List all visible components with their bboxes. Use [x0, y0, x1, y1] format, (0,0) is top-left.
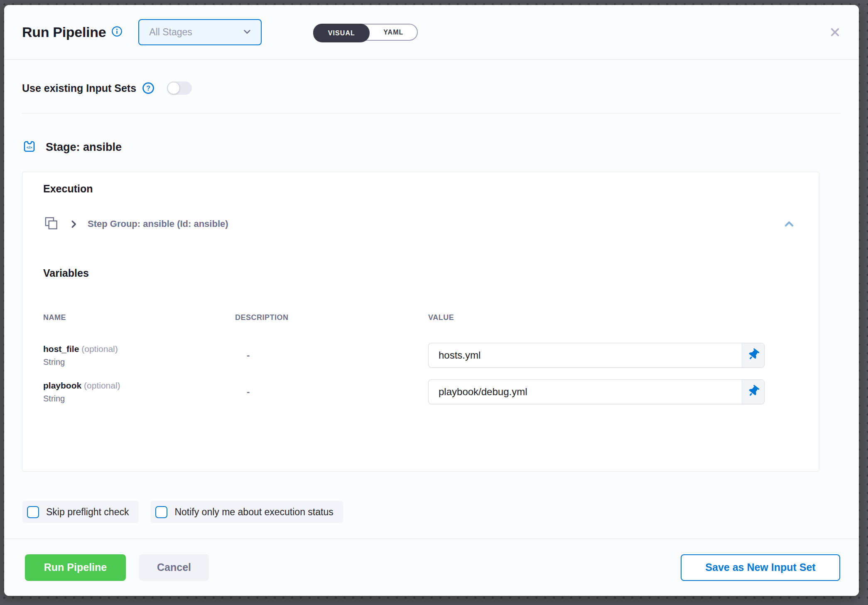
variable-name-cell: host_file (optional) String — [43, 344, 235, 367]
toggle-knob — [167, 82, 180, 94]
pin-icon — [748, 349, 758, 362]
svg-text:</>: </> — [27, 145, 32, 149]
close-button[interactable] — [827, 24, 843, 40]
host-file-input[interactable] — [429, 343, 742, 367]
run-pipeline-modal: Run Pipeline All Stages VISUAL YAML — [4, 5, 859, 596]
svg-text:?: ? — [146, 85, 150, 92]
table-row: host_file (optional) String - — [43, 343, 796, 368]
info-icon[interactable] — [111, 26, 123, 39]
value-input-group — [428, 343, 765, 368]
notify-only-me-label: Notify only me about execution status — [174, 507, 333, 518]
variable-qualifier: (optional) — [81, 344, 118, 354]
skip-preflight-label: Skip preflight check — [46, 507, 129, 518]
options-row: Skip preflight check Notify only me abou… — [22, 501, 841, 523]
skip-preflight-option[interactable]: Skip preflight check — [22, 501, 139, 523]
stage-select-value: All Stages — [149, 27, 192, 38]
stage-row: </> Stage: ansible — [22, 139, 841, 155]
table-row: playbook (optional) String - — [43, 379, 796, 404]
notify-only-me-option[interactable]: Notify only me about execution status — [150, 501, 343, 523]
modal-body: Use existing Input Sets ? </> Stage: ans… — [4, 60, 859, 539]
help-icon[interactable]: ? — [142, 82, 154, 94]
variable-qualifier: (optional) — [84, 381, 120, 390]
chevron-right-icon[interactable] — [69, 219, 78, 229]
variable-type: String — [43, 357, 235, 367]
header-section-divider — [22, 113, 841, 113]
variable-value-cell — [428, 379, 796, 404]
playbook-input[interactable] — [429, 380, 742, 404]
column-header-value: VALUE — [428, 313, 796, 322]
chevron-down-icon — [242, 26, 253, 39]
pin-button[interactable] — [742, 380, 764, 404]
save-as-new-input-set-button[interactable]: Save as New Input Set — [681, 554, 840, 581]
step-group-row: Step Group: ansible (Id: ansible) — [43, 214, 796, 234]
pin-icon — [748, 386, 758, 398]
modal-footer: Run Pipeline Cancel Save as New Input Se… — [4, 539, 859, 596]
page-title: Run Pipeline — [22, 24, 106, 40]
stage-select-dropdown[interactable]: All Stages — [138, 19, 262, 45]
tab-visual[interactable]: VISUAL — [313, 24, 370, 42]
variable-name: host_file — [43, 344, 79, 354]
variables-table-header: NAME DESCRIPTION VALUE — [43, 313, 796, 322]
collapse-section-button[interactable] — [782, 217, 796, 231]
step-group-label[interactable]: Step Group: ansible (Id: ansible) — [88, 219, 228, 229]
visual-yaml-toggle: VISUAL YAML — [313, 24, 418, 41]
stage-icon: </> — [22, 139, 37, 155]
variable-description: - — [235, 350, 428, 361]
value-input-group — [428, 379, 765, 404]
chevron-up-icon — [782, 226, 796, 232]
notify-only-me-checkbox[interactable] — [155, 506, 167, 518]
close-icon — [829, 34, 841, 40]
tab-yaml[interactable]: YAML — [370, 25, 417, 40]
modal-header: Run Pipeline All Stages VISUAL YAML — [4, 5, 859, 60]
variable-type: String — [43, 394, 235, 403]
cancel-button[interactable]: Cancel — [139, 554, 209, 581]
title-wrap: Run Pipeline — [22, 24, 123, 40]
variable-name-cell: playbook (optional) String — [43, 381, 235, 403]
column-header-name: NAME — [43, 313, 235, 322]
column-header-description: DESCRIPTION — [235, 313, 428, 322]
run-pipeline-button[interactable]: Run Pipeline — [25, 554, 126, 581]
variable-value-cell — [428, 343, 796, 368]
variable-description: - — [235, 386, 428, 397]
stage-title: Stage: ansible — [46, 141, 122, 154]
pipeline-canvas-backdrop: { "header": { "title": "Run Pipeline", "… — [0, 0, 868, 605]
variables-title: Variables — [43, 267, 796, 279]
use-existing-input-sets-row: Use existing Input Sets ? — [22, 80, 841, 96]
variable-name: playbook — [43, 381, 81, 390]
input-sets-toggle-switch[interactable] — [167, 81, 192, 95]
execution-title: Execution — [43, 183, 796, 195]
skip-preflight-checkbox[interactable] — [27, 506, 39, 518]
step-group-icon — [43, 215, 59, 233]
execution-card: Execution Step Group: ansible (Id: ansib… — [22, 172, 819, 472]
use-existing-input-sets-label: Use existing Input Sets — [22, 82, 136, 94]
pin-button[interactable] — [742, 343, 764, 367]
